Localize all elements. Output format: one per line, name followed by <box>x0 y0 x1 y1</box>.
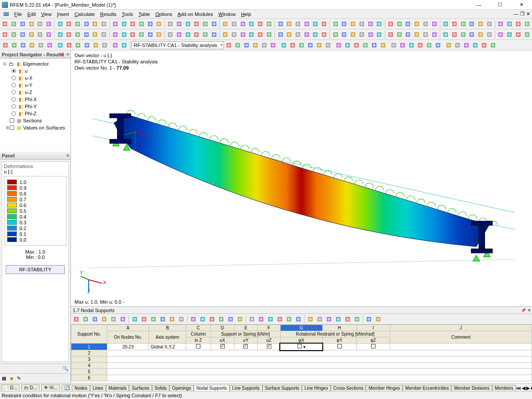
tab-nodal supports[interactable]: Nodal Supports <box>194 385 230 391</box>
tb1-btn-36[interactable] <box>331 20 340 28</box>
navigator-tree[interactable]: ⊟ 🗀 ◧ Eigenvector ◧u◧u-X◧u-Y◧u-Z◧Phi-X◧P… <box>0 59 70 152</box>
tb3a-btn-0[interactable] <box>1 41 10 50</box>
tb3b-btn-21[interactable] <box>416 41 425 50</box>
tb1-btn-2[interactable] <box>18 20 27 28</box>
tb3a-btn-2[interactable] <box>19 41 27 50</box>
tb2-btn-10[interactable] <box>91 30 99 39</box>
tb1-btn-51[interactable] <box>468 20 476 28</box>
tb3b-btn-18[interactable] <box>389 41 398 50</box>
bptb-btn-6[interactable] <box>130 315 139 324</box>
tab-line hinges[interactable]: Line Hinges <box>302 385 331 391</box>
bptb-btn-31[interactable] <box>374 315 383 324</box>
pin-icon[interactable]: 📌 <box>521 308 526 313</box>
checkbox[interactable] <box>243 344 248 348</box>
tab-member hinges[interactable]: Member Hinges <box>366 385 403 391</box>
tb1-btn-38[interactable] <box>349 20 357 28</box>
bptb-btn-5[interactable] <box>118 315 127 324</box>
panel-tab-icon[interactable]: ▦ <box>2 376 6 381</box>
tb1-btn-42[interactable] <box>387 20 395 28</box>
bptb-btn-20[interactable] <box>266 315 275 324</box>
tb2-btn-5[interactable] <box>45 30 53 39</box>
close-icon[interactable]: ✕ <box>66 153 70 158</box>
tab-openings[interactable]: Openings <box>169 385 194 391</box>
bptb-btn-18[interactable] <box>247 315 256 324</box>
tb1-btn-21[interactable] <box>192 20 201 28</box>
bptb-btn-1[interactable] <box>81 315 90 324</box>
tb1-btn-43[interactable] <box>395 20 403 28</box>
tb3a-btn-4[interactable] <box>36 41 45 50</box>
tb3b-btn-6[interactable] <box>279 41 288 50</box>
close-button[interactable]: ✕ <box>512 1 530 9</box>
tb2-btn-22[interactable] <box>201 30 210 39</box>
col-support-no[interactable]: Support No. <box>71 325 107 344</box>
tree-item[interactable]: ◧Phi-Y <box>1 103 70 110</box>
tb1-btn-20[interactable] <box>184 20 192 28</box>
tb2-btn-14[interactable] <box>129 30 137 39</box>
tb3b-btn-9[interactable] <box>306 41 315 50</box>
tb1-btn-6[interactable] <box>56 20 64 28</box>
tb2-btn-52[interactable] <box>477 30 485 39</box>
tb1-btn-0[interactable] <box>1 20 9 28</box>
bptb-btn-23[interactable] <box>294 315 303 324</box>
tb3b-btn-19[interactable] <box>398 41 407 50</box>
tb1-btn-50[interactable] <box>459 20 467 28</box>
bptb-btn-28[interactable] <box>343 315 352 324</box>
tb2-btn-26[interactable] <box>239 30 247 39</box>
tb2-btn-3[interactable] <box>27 30 35 39</box>
tb1-btn-18[interactable] <box>166 20 175 28</box>
tb1-btn-48[interactable] <box>442 20 450 28</box>
tb1-btn-12[interactable] <box>111 20 119 28</box>
bptb-btn-12[interactable] <box>189 315 198 324</box>
tb2-btn-8[interactable] <box>74 30 82 39</box>
bptb-btn-3[interactable] <box>100 315 109 324</box>
minimize-button[interactable]: — <box>470 1 488 9</box>
tb1-btn-25[interactable] <box>230 20 239 28</box>
tb3b-btn-16[interactable] <box>370 41 379 50</box>
tb3b-btn-26[interactable] <box>462 41 471 50</box>
bptb-btn-15[interactable] <box>217 315 226 324</box>
tab-materials[interactable]: Materials <box>106 385 129 391</box>
tb2-btn-20[interactable] <box>184 30 192 39</box>
bptb-btn-9[interactable] <box>158 315 167 324</box>
tb3a-btn-12[interactable] <box>111 41 120 50</box>
tb3a-btn-1[interactable] <box>10 41 19 50</box>
tb1-btn-5[interactable] <box>45 20 53 28</box>
bptb-btn-14[interactable] <box>207 315 216 324</box>
mdi-close-icon[interactable]: ✕ <box>526 11 530 17</box>
tb2-btn-53[interactable] <box>485 30 493 39</box>
tab-member divisions[interactable]: Member Divisions <box>451 385 492 391</box>
bptb-btn-2[interactable] <box>90 315 99 324</box>
tb1-btn-17[interactable] <box>155 20 163 28</box>
tb1-btn-4[interactable] <box>36 20 44 28</box>
tab-surface supports[interactable]: Surface Supports <box>262 385 302 391</box>
checkbox-active[interactable] <box>297 344 302 348</box>
tb1-btn-35[interactable] <box>320 20 329 28</box>
tb3b-btn-4[interactable] <box>260 41 269 50</box>
tb3b-btn-28[interactable] <box>480 41 489 50</box>
tb2-btn-28[interactable] <box>256 30 265 39</box>
tb1-btn-32[interactable] <box>294 20 302 28</box>
tb1-btn-40[interactable] <box>366 20 375 28</box>
menu-calculate[interactable]: Calculate <box>72 11 98 18</box>
tb1-btn-41[interactable] <box>375 20 383 28</box>
checkbox[interactable] <box>267 344 271 348</box>
tab-cross-sections[interactable]: Cross-Sections <box>331 385 366 391</box>
bptb-btn-30[interactable] <box>364 315 373 324</box>
viewport-3d[interactable]: X Z Own vector - u [-] RF-STABILITY CA1 … <box>71 51 532 307</box>
menu-file[interactable]: File <box>12 11 25 18</box>
close-icon[interactable]: ✕ <box>528 308 531 313</box>
tb1-btn-31[interactable] <box>285 20 293 28</box>
tb2-btn-24[interactable] <box>221 30 230 39</box>
tb1-btn-39[interactable] <box>358 20 366 28</box>
tb2-btn-57[interactable] <box>523 30 531 39</box>
tb1-btn-13[interactable] <box>120 20 128 28</box>
bptb-btn-10[interactable] <box>168 315 176 324</box>
tb1-btn-19[interactable] <box>175 20 183 28</box>
menu-results[interactable]: Results <box>98 11 119 18</box>
tb2-btn-49[interactable] <box>450 30 459 39</box>
tb3b-btn-14[interactable] <box>352 41 361 50</box>
tb3b-btn-1[interactable] <box>233 41 242 50</box>
tb3b-btn-27[interactable] <box>471 41 480 50</box>
analysis-combo[interactable]: RF-STABILITY CA1 - Stability analysis <box>132 41 224 49</box>
tab-nodes[interactable]: Nodes <box>72 385 90 391</box>
